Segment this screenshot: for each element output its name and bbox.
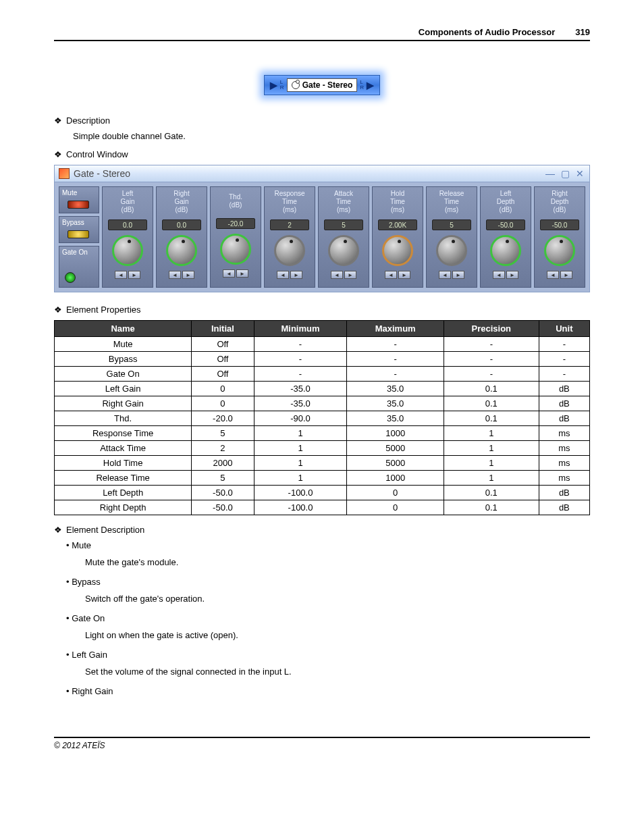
step-down-button[interactable]: ◄: [331, 271, 343, 279]
table-row: Left Depth-50.0-100.000.1dB: [55, 486, 590, 500]
step-down-button[interactable]: ◄: [277, 271, 289, 279]
side-button-bypass[interactable]: Bypass: [59, 216, 99, 243]
table-header-cell: Initial: [192, 321, 254, 337]
step-up-button[interactable]: ►: [182, 271, 194, 279]
step-down-button[interactable]: ◄: [115, 271, 127, 279]
heading-element-properties: Element Properties: [54, 305, 590, 315]
step-up-button[interactable]: ►: [290, 271, 302, 279]
table-cell: Attack Time: [55, 441, 192, 456]
table-cell: ms: [539, 471, 589, 486]
knob-dial[interactable]: [112, 235, 143, 266]
step-down-button[interactable]: ◄: [439, 271, 451, 279]
step-down-button[interactable]: ◄: [547, 271, 559, 279]
knob-dial[interactable]: [166, 235, 197, 266]
table-cell: -: [539, 367, 589, 382]
control-window-titlebar[interactable]: Gate - Stereo — ▢ ✕: [55, 165, 589, 182]
element-desc-body: Light on when the gate is active (open).: [85, 630, 590, 640]
maximize-icon[interactable]: ▢: [560, 168, 570, 179]
table-cell: 5000: [347, 441, 444, 456]
step-up-button[interactable]: ►: [128, 271, 140, 279]
knob-value[interactable]: 2: [270, 219, 309, 230]
table-cell: Thd.: [55, 411, 192, 426]
step-up-button[interactable]: ►: [344, 271, 356, 279]
table-row: Right Gain0-35.035.00.1dB: [55, 396, 590, 411]
table-header-cell: Name: [55, 321, 192, 337]
knob-dial[interactable]: [436, 235, 467, 266]
table-cell: 0.1: [444, 396, 539, 411]
step-down-button[interactable]: ◄: [493, 271, 505, 279]
knob-panel: RightDepth(dB)-50.0◄►: [534, 186, 585, 288]
knob-value[interactable]: 2.00K: [378, 219, 417, 230]
minimize-icon[interactable]: —: [545, 168, 556, 179]
step-up-button[interactable]: ►: [398, 271, 410, 279]
element-desc-name: Left Gain: [68, 650, 590, 660]
knob-label: LeftDepth(dB): [481, 187, 531, 218]
table-cell: 5: [192, 471, 254, 486]
table-cell: -50.0: [192, 486, 254, 500]
table-header-cell: Minimum: [254, 321, 347, 337]
control-window-body: MuteBypassGate On LeftGain(dB)0.0◄►Right…: [55, 182, 589, 292]
close-icon[interactable]: ✕: [574, 168, 585, 179]
table-cell: 0.1: [444, 411, 539, 426]
table-cell: -: [347, 367, 444, 382]
knob-value[interactable]: 0.0: [108, 219, 147, 230]
element-desc-body: Switch off the gate's operation.: [85, 594, 590, 604]
table-cell: dB: [539, 411, 589, 426]
knob-value[interactable]: -50.0: [486, 219, 525, 230]
knob-value[interactable]: -20.0: [216, 218, 255, 229]
side-button-label: Mute: [62, 189, 77, 197]
step-up-button[interactable]: ►: [560, 271, 572, 279]
knob-dial[interactable]: [544, 235, 575, 266]
table-cell: 0.1: [444, 382, 539, 396]
copyright-footer: © 2012 ATEÏS: [54, 737, 590, 750]
table-cell: 2: [192, 441, 254, 456]
table-cell: Right Depth: [55, 500, 192, 515]
knob-value[interactable]: 5: [324, 219, 363, 230]
knob-dial[interactable]: [220, 234, 251, 265]
table-cell: -35.0: [254, 396, 347, 411]
knob-value[interactable]: 0.0: [162, 219, 201, 230]
step-up-button[interactable]: ►: [506, 271, 518, 279]
table-cell: 5000: [347, 456, 444, 471]
table-cell: 0.1: [444, 500, 539, 515]
knob-dial[interactable]: [382, 235, 413, 266]
table-cell: 1000: [347, 471, 444, 486]
step-up-button[interactable]: ►: [236, 269, 248, 278]
step-up-button[interactable]: ►: [452, 271, 464, 279]
heading-description: Description: [54, 115, 590, 126]
element-desc-name: Bypass: [68, 577, 590, 587]
knob-dial[interactable]: [274, 235, 305, 266]
table-cell: dB: [539, 486, 589, 500]
knob-value[interactable]: 5: [432, 219, 471, 230]
side-button-gate-on[interactable]: Gate On: [59, 246, 99, 288]
table-cell: 1: [444, 471, 539, 486]
table-cell: 1: [444, 426, 539, 441]
table-cell: 2000: [192, 456, 254, 471]
step-down-button[interactable]: ◄: [169, 271, 181, 279]
table-cell: -: [444, 367, 539, 382]
control-window: Gate - Stereo — ▢ ✕ MuteBypassGate On Le…: [54, 165, 590, 292]
table-cell: dB: [539, 382, 589, 396]
table-cell: 0: [347, 500, 444, 515]
table-cell: 1: [444, 441, 539, 456]
element-desc-name: Gate On: [68, 613, 590, 623]
knob-label: ResponseTime(ms): [265, 187, 315, 218]
knob-label: RightDepth(dB): [535, 187, 585, 218]
knob-panel: HoldTime(ms)2.00K◄►: [372, 186, 423, 288]
table-cell: -: [444, 337, 539, 352]
badge-center: Gate - Stereo: [287, 78, 358, 92]
table-cell: -: [347, 352, 444, 367]
table-cell: 35.0: [347, 396, 444, 411]
side-button-label: Gate On: [62, 249, 88, 256]
step-down-button[interactable]: ◄: [385, 271, 397, 279]
knob-panel: RightGain(dB)0.0◄►: [156, 186, 207, 288]
step-down-button[interactable]: ◄: [223, 269, 235, 278]
side-button-mute[interactable]: Mute: [59, 186, 99, 213]
table-row: BypassOff----: [55, 352, 590, 367]
table-header-cell: Unit: [539, 321, 589, 337]
knob-dial[interactable]: [490, 235, 521, 266]
knob-dial[interactable]: [328, 235, 359, 266]
indicator-lamp-icon: [68, 201, 89, 209]
knob-value[interactable]: -50.0: [540, 219, 579, 230]
table-cell: Off: [192, 352, 254, 367]
